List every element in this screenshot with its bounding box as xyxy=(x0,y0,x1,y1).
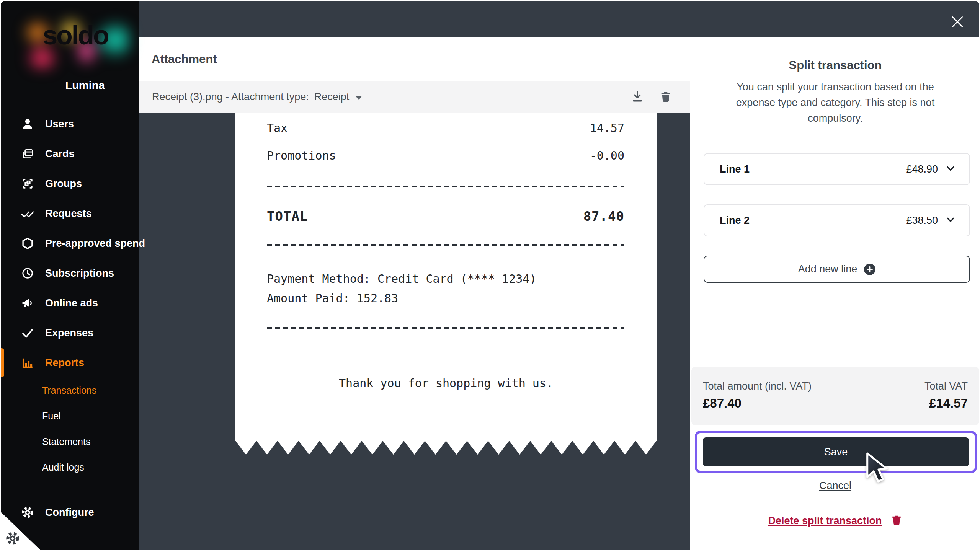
sidebar-item-label: Configure xyxy=(45,507,94,518)
receipt-amount-text: Amount Paid: 152.83 xyxy=(267,292,398,305)
sidebar-item-label: Users xyxy=(45,118,74,130)
chevron-down-icon xyxy=(946,215,956,226)
split-line-1[interactable]: Line 1 £48.90 xyxy=(704,153,970,185)
delete-split-transaction[interactable]: Delete split transaction xyxy=(690,514,980,528)
panel-title: Split transaction xyxy=(690,59,980,72)
sidebar-subitem-label: Transactions xyxy=(42,385,96,396)
trash-icon xyxy=(659,90,672,104)
delete-link: Delete split transaction xyxy=(768,515,882,527)
plus-circle-icon xyxy=(864,264,875,275)
sidebar-subitem-audit-logs[interactable]: Audit logs xyxy=(1,455,139,480)
close-icon[interactable] xyxy=(950,15,965,30)
attachment-viewer[interactable]: Tax 14.57 Promotions -0.00 TOTAL 87.40 P… xyxy=(139,113,690,551)
sidebar-item-configure[interactable]: Configure xyxy=(1,497,139,527)
sidebar-item-pre-approved-spend[interactable]: Pre-approved spend xyxy=(1,228,139,258)
sidebar: soldo Lumina Users Cards xyxy=(1,1,139,550)
delete-attachment-button[interactable] xyxy=(657,88,675,106)
soldo-logo: soldo xyxy=(20,9,131,70)
cancel-link-wrap: Cancel xyxy=(690,480,980,492)
groups-icon xyxy=(21,177,34,191)
sidebar-item-subscriptions[interactable]: Subscriptions xyxy=(1,258,139,288)
save-button[interactable]: Save xyxy=(703,437,969,466)
sidebar-item-requests[interactable]: Requests xyxy=(1,199,139,228)
caret-down-icon[interactable] xyxy=(355,96,362,100)
attachment-title: Attachment xyxy=(152,52,217,66)
soldo-wordmark: soldo xyxy=(20,20,131,51)
sidebar-subitem-label: Audit logs xyxy=(42,462,84,473)
totals-summary: Total amount (incl. VAT) Total VAT £87.4… xyxy=(691,367,979,425)
total-amount-label: Total amount (incl. VAT) xyxy=(703,380,812,392)
sidebar-subitem-label: Statements xyxy=(42,436,90,447)
check-icon xyxy=(21,326,34,340)
receipt-torn-edge xyxy=(235,441,657,455)
sidebar-item-label: Groups xyxy=(45,178,82,190)
user-icon xyxy=(21,117,34,131)
attachment-header: Attachment xyxy=(139,37,690,81)
corner-gear-icon[interactable] xyxy=(5,530,21,548)
panel-description: You can split your transaction based on … xyxy=(724,79,947,126)
add-line-label: Add new line xyxy=(798,263,858,275)
receipt-payment-line: Payment Method: Credit Card (**** 1234) xyxy=(267,272,624,285)
gear-icon xyxy=(21,505,34,519)
save-focus-ring: Save xyxy=(695,431,977,473)
sidebar-subitem-fuel[interactable]: Fuel xyxy=(1,403,139,429)
attachment-type-value[interactable]: Receipt xyxy=(314,91,350,103)
sidebar-item-label: Cards xyxy=(45,148,75,160)
clock-icon xyxy=(21,266,34,280)
hexagon-icon xyxy=(21,236,34,250)
sidebar-item-label: Requests xyxy=(45,208,92,220)
receipt-value: 14.57 xyxy=(590,121,624,135)
add-new-line-button[interactable]: Add new line xyxy=(704,256,970,283)
receipt-line: Promotions -0.00 xyxy=(267,149,624,162)
download-icon xyxy=(630,90,644,104)
sidebar-subitem-label: Fuel xyxy=(42,411,61,422)
receipt-image: Tax 14.57 Promotions -0.00 TOTAL 87.40 P… xyxy=(235,113,657,441)
sidebar-item-label: Reports xyxy=(45,357,84,369)
sidebar-item-users[interactable]: Users xyxy=(1,109,139,139)
bar-chart-icon xyxy=(21,356,34,370)
receipt-amount-line: Amount Paid: 152.83 xyxy=(267,292,624,305)
sidebar-item-label: Subscriptions xyxy=(45,267,114,279)
cards-icon xyxy=(21,147,34,161)
double-check-icon xyxy=(21,207,34,220)
attachment-filename: Receipt (3).png - Attachment type: xyxy=(152,91,309,103)
chevron-down-icon xyxy=(946,163,956,175)
sidebar-item-cards[interactable]: Cards xyxy=(1,139,139,169)
sidebar-item-label: Expenses xyxy=(45,327,93,339)
megaphone-icon xyxy=(21,296,34,310)
line-amount: £38.50 xyxy=(906,215,938,227)
app-window: soldo Lumina Users Cards xyxy=(0,0,980,551)
receipt-divider xyxy=(267,186,624,187)
download-button[interactable] xyxy=(629,88,646,106)
active-indicator xyxy=(1,348,4,377)
split-transaction-panel: Split transaction You can split your tra… xyxy=(690,37,980,551)
trash-icon-red xyxy=(890,514,903,528)
receipt-label: Promotions xyxy=(267,149,336,162)
sidebar-subitem-statements[interactable]: Statements xyxy=(1,429,139,455)
line-label: Line 1 xyxy=(720,163,906,175)
receipt-label: Tax xyxy=(267,121,287,135)
total-vat-label: Total VAT xyxy=(924,380,968,392)
line-label: Line 2 xyxy=(720,215,906,227)
sidebar-item-online-ads[interactable]: Online ads xyxy=(1,288,139,318)
receipt-total-label: TOTAL xyxy=(267,209,308,224)
mouse-cursor xyxy=(863,452,893,487)
attachment-toolbar: Receipt (3).png - Attachment type: Recei… xyxy=(139,81,690,113)
total-amount-value: £87.40 xyxy=(703,396,742,411)
line-amount: £48.90 xyxy=(906,163,938,175)
sidebar-item-reports[interactable]: Reports xyxy=(1,348,139,378)
sidebar-nav: Users Cards Groups xyxy=(1,109,139,480)
receipt-payment-text: Payment Method: Credit Card (**** 1234) xyxy=(267,272,536,285)
total-vat-value: £14.57 xyxy=(929,396,968,411)
cancel-link[interactable]: Cancel xyxy=(819,480,851,491)
sidebar-item-groups[interactable]: Groups xyxy=(1,169,139,199)
sidebar-item-expenses[interactable]: Expenses xyxy=(1,318,139,348)
receipt-total-value: 87.40 xyxy=(583,209,624,224)
receipt-divider xyxy=(267,327,624,329)
receipt-divider xyxy=(267,244,624,246)
receipt-total-line: TOTAL 87.40 xyxy=(267,209,624,224)
split-line-2[interactable]: Line 2 £38.50 xyxy=(704,204,970,236)
sidebar-item-label: Pre-approved spend xyxy=(45,238,145,249)
sidebar-subitem-transactions[interactable]: Transactions xyxy=(1,378,139,403)
environment-label: Lumina xyxy=(24,79,146,92)
